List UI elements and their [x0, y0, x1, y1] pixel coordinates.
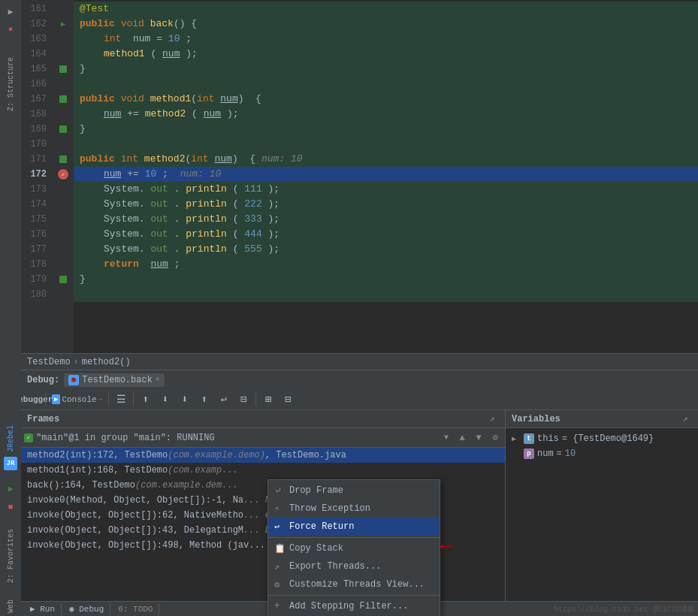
code-line-174: System. out . println ( 222 );	[74, 197, 698, 212]
frames-expand-icon[interactable]: ↗	[485, 412, 499, 426]
sidebar-label-structure[interactable]: Z: Structure	[5, 54, 17, 114]
code-line-167: public void method1 ( int num ) {	[74, 92, 698, 107]
sidebar-icon-jrebel[interactable]: JR	[4, 457, 17, 470]
toolbar-btn-run[interactable]: ⬆	[195, 391, 213, 409]
sidebar-label-favorites[interactable]: 2: Favorites	[5, 526, 17, 586]
var-item-num[interactable]: p num = 10	[506, 446, 698, 461]
gutter-177	[53, 242, 74, 257]
code-line-165: }	[74, 62, 698, 77]
code-line-171: public int method2 ( int num ) { num: 10	[74, 152, 698, 167]
toolbar-btn-settings[interactable]: ⊞	[259, 391, 277, 409]
thread-nav-up[interactable]: ▲	[455, 431, 469, 445]
sidebar-label-web[interactable]: Web	[5, 596, 17, 616]
gutter-163	[53, 32, 74, 47]
variables-expand-icon[interactable]: ↗	[678, 412, 692, 426]
var-item-this[interactable]: ▶ t this = {TestDemo@1649}	[506, 431, 698, 446]
gutter-173	[53, 182, 74, 197]
tab-todo[interactable]: 6: TODO	[112, 603, 159, 615]
code-line-176: System. out . println ( 444 );	[74, 227, 698, 242]
debug-tab-icon: 🐞	[68, 375, 79, 385]
gutter-179	[53, 272, 74, 287]
thread-name: "main"@1 in group "main": RUNNING	[36, 433, 437, 443]
gutter-171	[53, 152, 74, 167]
code-line-162: public void back () {	[74, 17, 698, 32]
method-marker-165	[59, 65, 67, 73]
debug-tab[interactable]: 🐞 TestDemo.back ×	[64, 373, 165, 387]
menu-item-drop-frame[interactable]: ⤶ Drop Frame	[268, 482, 440, 500]
drop-frame-icon: ⤶	[274, 485, 285, 497]
toolbar-btn-more[interactable]: ⊟	[279, 391, 297, 409]
gutter-170	[53, 137, 74, 152]
menu-label-force-return: Force Return	[289, 521, 354, 532]
menu-item-export-threads[interactable]: ↗ Export Threads...	[268, 557, 440, 575]
code-line-164: method1 ( num );	[74, 47, 698, 62]
code-line-163: int num = 10 ;	[74, 32, 698, 47]
code-container: 161 162 163 164 165 166 167 168 169 170 …	[21, 0, 698, 353]
toolbar-btn-mute[interactable]: ⊟	[234, 391, 252, 409]
sidebar-icon-1[interactable]: ▶	[2, 3, 19, 20]
code-line-180	[74, 287, 698, 302]
sidebar-icon-debug-stop[interactable]: ■	[2, 499, 19, 515]
gutter: ▶ ✓	[53, 0, 74, 353]
toolbar-btn-debugger[interactable]: Debugger	[24, 391, 42, 409]
frame-item-1[interactable]: method1(int):168, TestDemo (com.examp...	[21, 463, 505, 478]
menu-item-copy-stack[interactable]: 📋 Copy Stack	[268, 539, 440, 557]
frame-item-0[interactable]: method2(int):172, TestDemo (com.example.…	[21, 448, 505, 463]
breadcrumb-testdemo[interactable]: TestDemo	[27, 357, 71, 367]
thread-status-dot: ✓	[24, 433, 33, 442]
red-arrow: ←	[440, 536, 451, 557]
frames-panel-title: Frames	[27, 414, 59, 424]
var-icon-this: t	[524, 433, 534, 444]
debug-header: Debug: 🐞 TestDemo.back ×	[21, 370, 698, 389]
menu-item-throw-exception[interactable]: ⚡ Throw Exception	[268, 500, 440, 518]
left-sidebar: ▶ ● Z: Structure JRebel JR ▶ ■ 2: Favori…	[0, 0, 21, 616]
gutter-172: ✓	[53, 167, 74, 182]
toolbar-sep-3	[133, 393, 134, 406]
code-line-168: num += method2 ( num );	[74, 107, 698, 122]
toolbar-sep-2	[108, 393, 109, 406]
thread-selector: ✓ "main"@1 in group "main": RUNNING ▼ ▲ …	[21, 428, 505, 448]
line-numbers: 161 162 163 164 165 166 167 168 169 170 …	[21, 0, 53, 353]
gutter-166	[53, 77, 74, 92]
debug-tab-close[interactable]: ×	[156, 376, 160, 384]
menu-label-drop-frame: Drop Frame	[289, 485, 343, 496]
menu-item-customize-threads[interactable]: ⚙ Customize Threads View...	[268, 575, 440, 593]
var-arrow-this: ▶	[512, 434, 521, 443]
code-line-166	[74, 77, 698, 92]
toolbar-btn-stepover[interactable]: ⬆	[137, 391, 155, 409]
sidebar-label-jrebel[interactable]: JRebel	[5, 422, 17, 455]
thread-nav-down[interactable]: ▼	[472, 431, 485, 445]
gutter-162: ▶	[53, 17, 74, 32]
export-threads-icon: ↗	[274, 561, 285, 572]
code-line-179: }	[74, 272, 698, 287]
toolbar-btn-rerun[interactable]: ↩	[215, 391, 233, 409]
toolbar-btn-stepout[interactable]: ⬇	[176, 391, 194, 409]
breadcrumb-method[interactable]: method2()	[82, 357, 131, 367]
gutter-164	[53, 47, 74, 62]
toolbar-btn-stepinto[interactable]: ⬇	[156, 391, 174, 409]
frames-panel-header: Frames ↗	[21, 410, 505, 428]
breadcrumb: TestDemo › method2()	[21, 353, 698, 370]
toolbar-btn-frames[interactable]: ☰	[112, 391, 130, 409]
menu-label-add-stepping: Add Stepping Filter...	[289, 601, 408, 611]
editor-area: 161 162 163 164 165 166 167 168 169 170 …	[21, 0, 698, 368]
code-line-172: num += 10 ; num: 10	[74, 167, 698, 182]
toolbar-btn-console[interactable]: ▶ Console →	[49, 391, 105, 409]
variables-panel: Variables ↗ ▶ t this = {TestDemo@1649} p…	[506, 410, 698, 616]
var-name-this: this	[537, 433, 559, 444]
tab-debug[interactable]: ◉ Debug	[63, 602, 110, 615]
tab-run[interactable]: ▶ Run	[24, 602, 62, 615]
menu-item-add-stepping[interactable]: + Add Stepping Filter...	[268, 597, 440, 615]
breadcrumb-separator: ›	[74, 357, 79, 367]
sidebar-icon-2[interactable]: ●	[2, 21, 19, 38]
menu-label-copy-stack: Copy Stack	[289, 543, 343, 554]
thread-dropdown[interactable]: ▼	[440, 432, 452, 444]
menu-item-force-return[interactable]: ↩ Force Return	[268, 518, 440, 536]
thread-filter[interactable]: ⚙	[488, 431, 502, 445]
code-line-170	[74, 137, 698, 152]
method-marker-171	[59, 156, 67, 163]
debug-toolbar: Debugger ▶ Console → ☰ ⬆ ⬇ ⬇ ⬆ ↩ ⊟ ⊞ ⊟	[21, 389, 698, 410]
breakpoint-icon: ✓	[58, 169, 68, 180]
sidebar-icon-debug-run[interactable]: ▶	[2, 481, 19, 497]
force-return-icon: ↩	[274, 521, 285, 533]
